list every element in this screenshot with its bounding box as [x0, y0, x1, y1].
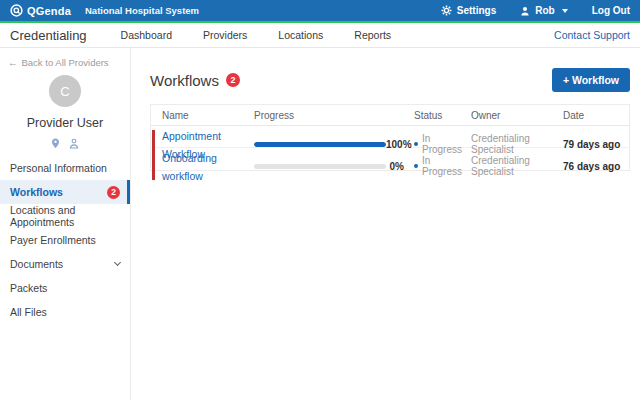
settings-button[interactable]: Settings: [441, 5, 496, 16]
status-dot-icon: [414, 164, 418, 168]
sidebar-item-documents[interactable]: Documents: [0, 252, 130, 276]
table-row: Onboarding workflow 0% In Progress Crede…: [151, 148, 629, 170]
status-label: In Progress: [422, 155, 466, 177]
sidebar-item-label: Workflows: [10, 186, 63, 198]
nav-dashboard[interactable]: Dashboard: [121, 29, 172, 41]
sidebar: ← Back to All Providers C Provider User …: [0, 48, 131, 400]
progress-bar: [254, 164, 386, 169]
workflow-date-cell: 76 days ago: [557, 161, 629, 172]
workflows-count-badge: 2: [107, 186, 120, 199]
main-header: Workflows 2 + Workflow: [150, 68, 630, 92]
chevron-down-icon: [562, 9, 568, 13]
sidebar-item-packets[interactable]: Packets: [0, 276, 130, 300]
sidebar-item-label: Documents: [10, 258, 63, 270]
org-name: National Hospital System: [85, 5, 199, 16]
progress-percent: 0%: [386, 161, 406, 172]
sidebar-item-label: All Files: [10, 306, 47, 318]
location-pin-icon[interactable]: [51, 138, 60, 149]
logout-button[interactable]: Log Out: [592, 5, 630, 16]
nav-reports[interactable]: Reports: [354, 29, 391, 41]
person-icon[interactable]: [69, 138, 79, 149]
sidebar-item-locations-appointments[interactable]: Locations and Appointments: [0, 204, 130, 228]
sidebar-item-label: Locations and Appointments: [10, 204, 120, 228]
chevron-down-icon: [114, 259, 121, 266]
sidebar-item-payer-enrollments[interactable]: Payer Enrollments: [0, 228, 130, 252]
avatar: C: [49, 75, 81, 107]
table-header-row: Name Progress Status Owner Date: [151, 105, 629, 126]
workflows-table: Name Progress Status Owner Date Appointm…: [150, 104, 630, 171]
contact-support-link[interactable]: Contact Support: [554, 29, 630, 41]
main-panel: Workflows 2 + Workflow Name Progress Sta…: [131, 48, 640, 400]
topbar-actions: Settings Rob Log Out: [441, 5, 630, 16]
user-menu[interactable]: Rob: [520, 5, 567, 16]
sidebar-item-label: Payer Enrollments: [10, 234, 96, 246]
qgenda-logo-icon: [10, 4, 23, 17]
page-title: Workflows: [150, 72, 219, 89]
column-header-owner: Owner: [466, 110, 557, 121]
workflow-name-cell: Onboarding workflow: [151, 148, 254, 184]
qgenda-logo[interactable]: QGenda: [10, 4, 71, 17]
avatar-initial: C: [60, 84, 69, 99]
user-name-label: Rob: [535, 5, 554, 16]
sidebar-item-personal-information[interactable]: Personal Information: [0, 156, 130, 180]
back-arrow-icon: ←: [8, 57, 18, 68]
gear-icon: [441, 5, 452, 16]
workflow-progress-cell: 100%: [254, 139, 406, 150]
column-header-progress: Progress: [254, 110, 406, 121]
workflow-progress-cell: 0%: [254, 161, 406, 172]
workflow-link[interactable]: Onboarding workflow: [162, 152, 217, 182]
sidebar-menu: Personal Information Workflows 2 Locatio…: [0, 156, 130, 324]
back-to-providers-link[interactable]: ← Back to All Providers: [0, 55, 130, 69]
sidebar-item-all-files[interactable]: All Files: [0, 300, 130, 324]
progress-bar-fill: [254, 142, 386, 147]
column-header-name: Name: [151, 110, 254, 121]
table-row: Appointment Workflow 100% In Progress Cr…: [151, 126, 629, 148]
settings-label: Settings: [457, 5, 496, 16]
status-label: In Progress: [422, 133, 466, 155]
provider-quick-actions: [0, 138, 130, 149]
content-area: ← Back to All Providers C Provider User …: [0, 48, 640, 400]
status-dot-icon: [414, 142, 418, 146]
product-title[interactable]: Credentialing: [10, 28, 87, 43]
workflow-status-cell: In Progress: [406, 155, 466, 177]
user-icon: [520, 6, 530, 16]
column-header-status: Status: [406, 110, 466, 121]
top-bar: QGenda National Hospital System Settings…: [0, 0, 640, 21]
progress-bar: [254, 142, 386, 147]
column-header-date: Date: [557, 110, 629, 121]
workflow-date-cell: 79 days ago: [557, 139, 629, 150]
workflow-count-badge: 2: [226, 73, 240, 87]
brand-name: QGenda: [27, 5, 71, 17]
workflow-owner-cell: Credentialing Specialist: [466, 133, 557, 155]
nav-locations[interactable]: Locations: [278, 29, 323, 41]
sidebar-item-label: Packets: [10, 282, 47, 294]
workflow-owner-cell: Credentialing Specialist: [466, 155, 557, 177]
nav-bar: Credentialing Dashboard Providers Locati…: [0, 23, 640, 48]
provider-name: Provider User: [0, 116, 130, 130]
workflow-status-cell: In Progress: [406, 133, 466, 155]
sidebar-item-label: Personal Information: [10, 162, 107, 174]
add-workflow-button[interactable]: + Workflow: [552, 68, 630, 92]
nav-providers[interactable]: Providers: [203, 29, 247, 41]
logout-label: Log Out: [592, 5, 630, 16]
back-label: Back to All Providers: [22, 57, 109, 68]
sidebar-item-workflows[interactable]: Workflows 2: [0, 180, 130, 204]
